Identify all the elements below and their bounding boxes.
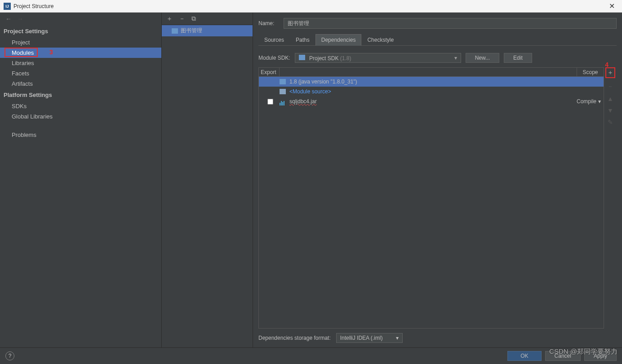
- ok-button[interactable]: OK: [507, 351, 541, 361]
- sdk-label: Module SDK:: [258, 55, 290, 61]
- copy-module-icon[interactable]: ⧉: [191, 15, 196, 22]
- module-name: 图书管理: [181, 27, 202, 35]
- sdk-value: Project SDK: [309, 55, 338, 61]
- back-icon[interactable]: ←: [5, 15, 12, 22]
- sdk-version: (1.8): [340, 55, 351, 61]
- sdk-select[interactable]: Project SDK (1.8) ▾: [295, 53, 461, 63]
- edit-sdk-button[interactable]: Edit: [504, 53, 532, 63]
- name-label: Name:: [258, 20, 279, 26]
- dep-checkbox[interactable]: [261, 99, 280, 105]
- dep-label: sqljdbc4.jar: [289, 98, 576, 105]
- annotation-label-4: 4: [605, 61, 609, 68]
- nav-facets[interactable]: Facets: [0, 68, 161, 79]
- module-toolbar: ＋ － ⧉: [162, 13, 253, 25]
- sidebar-left: ← → Project Settings Project Modules Lib…: [0, 13, 162, 347]
- module-detail-panel: Name: Sources Paths Dependencies Checkst…: [253, 13, 622, 347]
- forward-icon: →: [17, 15, 23, 22]
- edit-dependency-icon[interactable]: ✎: [608, 118, 613, 126]
- new-sdk-button[interactable]: New...: [466, 53, 499, 63]
- nav-problems[interactable]: Problems: [0, 130, 161, 140]
- section-platform-settings: Platform Settings: [0, 89, 161, 101]
- folder-icon: [299, 55, 305, 60]
- chevron-down-icon: ▾: [454, 55, 457, 61]
- folder-icon: [172, 28, 178, 34]
- dependencies-area: Export Scope 1.8 (java version "1.8.0_31…: [258, 67, 617, 329]
- tab-paths[interactable]: Paths: [290, 34, 315, 45]
- module-item[interactable]: 图书管理: [162, 25, 253, 36]
- dep-label: <Module source>: [289, 88, 604, 95]
- storage-select[interactable]: IntelliJ IDEA (.iml) ▾: [336, 333, 403, 343]
- add-dependency-icon[interactable]: ＋: [605, 67, 615, 78]
- nav-libraries[interactable]: Libraries: [0, 58, 161, 68]
- nav-project[interactable]: Project: [0, 37, 161, 48]
- dep-row-lib[interactable]: sqljdbc4.jar Compile ▾: [259, 96, 604, 106]
- help-icon[interactable]: ?: [5, 351, 14, 360]
- dep-row-sdk[interactable]: 1.8 (java version "1.8.0_31"): [259, 77, 604, 87]
- dep-rows: 1.8 (java version "1.8.0_31") <Module so…: [259, 77, 604, 328]
- apply-button[interactable]: Apply: [584, 351, 617, 361]
- remove-module-icon[interactable]: －: [179, 15, 185, 23]
- close-icon[interactable]: ✕: [605, 2, 618, 10]
- section-project-settings: Project Settings: [0, 25, 161, 37]
- storage-format-row: Dependencies storage format: IntelliJ ID…: [258, 329, 617, 347]
- nav-arrows: ← →: [0, 13, 161, 25]
- cancel-button[interactable]: Cancel: [545, 351, 581, 361]
- nav-modules[interactable]: Modules: [0, 48, 161, 58]
- move-down-icon[interactable]: ▼: [607, 107, 613, 114]
- nav-sdks[interactable]: SDKs: [0, 101, 161, 111]
- annotation-label-3: 3: [49, 48, 53, 56]
- module-list-panel: ＋ － ⧉ 图书管理: [162, 13, 253, 347]
- storage-value: IntelliJ IDEA (.iml): [340, 335, 383, 341]
- nav-global-libraries[interactable]: Global Libraries: [0, 111, 161, 122]
- col-scope: Scope: [577, 68, 604, 76]
- app-icon: IJ: [4, 3, 11, 10]
- dep-side-toolbar: ＋ － ▲ ▼ ✎: [604, 67, 617, 329]
- name-input[interactable]: [284, 18, 617, 29]
- storage-label: Dependencies storage format:: [258, 335, 331, 341]
- move-up-icon[interactable]: ▲: [607, 95, 613, 102]
- dependencies-table: Export Scope 1.8 (java version "1.8.0_31…: [258, 67, 604, 329]
- col-export: Export: [259, 68, 280, 76]
- window-title: Project Structure: [13, 3, 605, 9]
- dep-label: 1.8 (java version "1.8.0_31"): [289, 79, 604, 85]
- tab-checkstyle[interactable]: Checkstyle: [361, 34, 400, 45]
- dep-row-module-source[interactable]: <Module source>: [259, 87, 604, 96]
- tab-sources[interactable]: Sources: [258, 34, 290, 45]
- sdk-row: Module SDK: Project SDK (1.8) ▾ New... E…: [258, 53, 617, 63]
- dep-header: Export Scope: [259, 68, 604, 77]
- chevron-down-icon: ▾: [598, 98, 601, 105]
- folder-icon: [280, 89, 287, 94]
- tab-dependencies[interactable]: Dependencies: [315, 34, 362, 46]
- dep-scope[interactable]: Compile ▾: [576, 98, 604, 105]
- folder-icon: [280, 79, 287, 84]
- library-icon: [280, 99, 287, 104]
- nav-artifacts[interactable]: Artifacts: [0, 79, 161, 89]
- chevron-down-icon: ▾: [396, 335, 399, 341]
- title-bar: IJ Project Structure ✕: [0, 0, 622, 13]
- footer: ? OK Cancel Apply: [0, 347, 622, 364]
- footer-buttons: OK Cancel Apply: [507, 351, 617, 361]
- name-row: Name:: [258, 18, 617, 29]
- main-container: ← → Project Settings Project Modules Lib…: [0, 13, 622, 347]
- module-tabs: Sources Paths Dependencies Checkstyle: [258, 34, 617, 46]
- add-module-icon[interactable]: ＋: [166, 15, 173, 23]
- remove-dependency-icon[interactable]: －: [607, 83, 613, 91]
